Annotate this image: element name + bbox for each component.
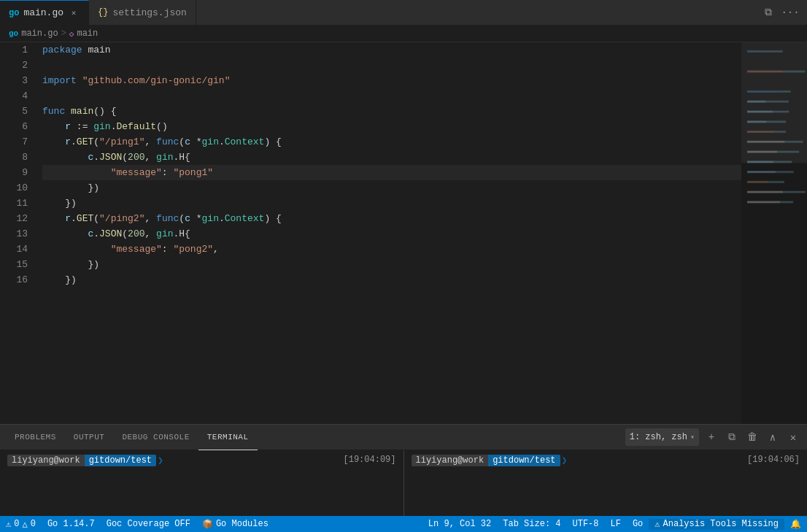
- breadcrumb-symbol-icon: ◇: [69, 29, 74, 39]
- code-line-7[interactable]: r.GET("/ping1", func(c *gin.Context) {: [42, 134, 741, 150]
- code-line-13[interactable]: c.JSON(200, gin.H{: [42, 226, 741, 242]
- panel-tab-output[interactable]: OUTPUT: [65, 425, 114, 450]
- line-number-3: 3: [0, 73, 28, 88]
- position-label: Ln 9, Col 32: [428, 519, 491, 529]
- status-line-ending[interactable]: LF: [605, 519, 627, 529]
- kill-terminal-button[interactable]: 🗑: [744, 429, 760, 445]
- code-line-6[interactable]: r := gin.Default(): [42, 119, 741, 134]
- panel-tab-debug-console[interactable]: DEBUG CONSOLE: [113, 425, 198, 450]
- token: }): [42, 274, 77, 285]
- code-line-14[interactable]: "message": "pong2",: [42, 242, 741, 257]
- token: "/ping2": [99, 213, 144, 224]
- token: c: [185, 213, 190, 224]
- line-number-13: 13: [0, 226, 28, 242]
- code-line-4[interactable]: [42, 88, 741, 104]
- token: :: [162, 167, 174, 178]
- token: }): [42, 259, 99, 270]
- token: r: [65, 213, 71, 224]
- code-line-8[interactable]: c.JSON(200, gin.H{: [42, 150, 741, 165]
- line-number-16: 16: [0, 272, 28, 288]
- code-line-2[interactable]: [42, 58, 741, 73]
- token: [42, 228, 88, 239]
- split-terminal-button[interactable]: ⧉: [724, 429, 740, 445]
- add-terminal-button[interactable]: +: [703, 429, 719, 445]
- token: GET: [77, 213, 93, 224]
- more-actions-button[interactable]: ···: [782, 4, 798, 20]
- warning-icon: △: [22, 519, 27, 530]
- status-language[interactable]: Go: [627, 519, 649, 529]
- panel-tab-problems[interactable]: PROBLEMS: [6, 425, 65, 450]
- token: Context: [225, 136, 265, 147]
- status-go-modules[interactable]: 📦 Go Modules: [196, 516, 274, 532]
- go-file-icon: go: [9, 8, 19, 18]
- code-line-3[interactable]: import "github.com/gin-gonic/gin": [42, 73, 741, 88]
- token: .H{: [174, 152, 190, 163]
- tab-main-go-label: main.go: [23, 7, 63, 18]
- terminal-1-timestamp: [19:04:09]: [343, 455, 395, 465]
- tab-settings-json[interactable]: {} settings.json: [89, 0, 196, 25]
- line-number-10: 10: [0, 180, 28, 196]
- token: .: [71, 213, 77, 224]
- status-right: Ln 9, Col 32 Tab Size: 4 UTF-8 LF Go ⚠ A…: [422, 519, 807, 530]
- go-breadcrumb-icon: go: [9, 29, 18, 38]
- token: (: [122, 152, 128, 163]
- token: [42, 213, 65, 224]
- panel-tab-terminal[interactable]: TERMINAL: [198, 425, 258, 450]
- code-line-9[interactable]: "message": "pong1": [42, 165, 741, 180]
- token: (: [93, 136, 99, 147]
- error-icon: ⚠: [6, 519, 11, 530]
- token: c: [185, 136, 190, 147]
- token: }): [42, 198, 77, 209]
- status-tab-size[interactable]: Tab Size: 4: [497, 519, 566, 529]
- token: ) {: [264, 136, 281, 147]
- terminal-2-arrow: ❯: [562, 455, 568, 466]
- token: ,: [144, 228, 156, 239]
- token: main: [82, 45, 111, 55]
- token: .: [93, 228, 99, 239]
- tab-settings-json-label: settings.json: [112, 7, 186, 18]
- status-analysis-tools[interactable]: ⚠ Analysis Tools Missing: [649, 519, 784, 530]
- line-ending-label: LF: [611, 519, 621, 529]
- status-bar: ⚠ 0 △ 0 Go 1.14.7 Goc Coverage OFF 📦 Go …: [0, 516, 807, 532]
- token: "pong1": [173, 167, 213, 178]
- maximize-panel-button[interactable]: ∧: [765, 429, 781, 445]
- tab-bar: go main.go ✕ {} settings.json ⧉ ···: [0, 0, 807, 26]
- status-notifications-bell[interactable]: 🔔: [784, 519, 807, 530]
- line-number-7: 7: [0, 134, 28, 150]
- terminal-1-prompt: liyiyang@work gitdown/test ❯: [7, 455, 163, 466]
- status-encoding[interactable]: UTF-8: [567, 519, 605, 529]
- terminal-1-path: gitdown/test: [85, 455, 156, 466]
- status-go-version[interactable]: Go 1.14.7: [42, 516, 101, 532]
- code-line-5[interactable]: func main() {: [42, 104, 741, 119]
- code-line-1[interactable]: package main: [42, 42, 741, 58]
- terminal-1-arrow: ❯: [158, 455, 163, 466]
- go-modules-icon: 📦: [202, 519, 213, 530]
- analysis-tools-label: Analysis Tools Missing: [663, 519, 779, 529]
- token: "pong2": [173, 244, 213, 255]
- terminal-pane-1[interactable]: [19:04:09] liyiyang@work gitdown/test ❯: [0, 450, 404, 516]
- tab-main-go-close[interactable]: ✕: [68, 7, 80, 19]
- code-line-10[interactable]: }): [42, 180, 741, 196]
- status-errors[interactable]: ⚠ 0 △ 0: [0, 516, 42, 532]
- token: "message": [111, 244, 162, 255]
- token: Context: [225, 213, 265, 224]
- close-panel-button[interactable]: ✕: [785, 429, 801, 445]
- terminal-dropdown[interactable]: 1: zsh, zsh ▾: [625, 428, 699, 446]
- token: *: [190, 136, 202, 147]
- language-label: Go: [633, 519, 643, 529]
- split-editor-button[interactable]: ⧉: [760, 4, 776, 20]
- status-position[interactable]: Ln 9, Col 32: [422, 519, 497, 529]
- code-line-12[interactable]: r.GET("/ping2", func(c *gin.Context) {: [42, 211, 741, 226]
- code-line-11[interactable]: }): [42, 196, 741, 211]
- code-line-15[interactable]: }): [42, 257, 741, 272]
- terminal-pane-2[interactable]: [19:04:06] liyiyang@work gitdown/test ❯: [404, 450, 808, 516]
- code-line-16[interactable]: }): [42, 272, 741, 288]
- tab-main-go[interactable]: go main.go ✕: [0, 0, 89, 25]
- breadcrumb-file[interactable]: main.go: [21, 28, 58, 39]
- token: gin: [93, 121, 110, 132]
- status-goc-coverage[interactable]: Goc Coverage OFF: [101, 516, 196, 532]
- token: r: [65, 136, 71, 147]
- code-content[interactable]: package main import "github.com/gin-goni…: [36, 42, 741, 424]
- token: [65, 106, 71, 117]
- breadcrumb-symbol[interactable]: main: [77, 28, 98, 39]
